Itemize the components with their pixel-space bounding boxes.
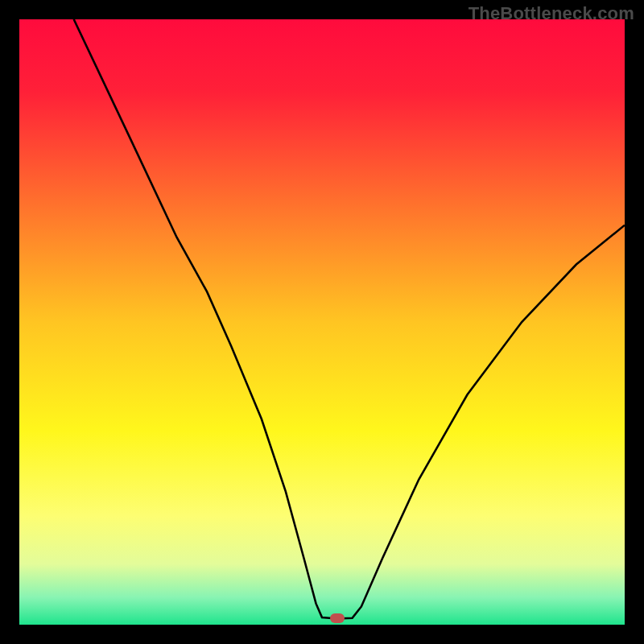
frame-left	[0, 0, 19, 644]
chart-frame: TheBottleneck.com	[0, 0, 644, 644]
watermark-text: TheBottleneck.com	[469, 3, 634, 24]
gradient-background	[19, 19, 625, 625]
optimum-marker	[330, 613, 345, 623]
plot-svg	[19, 19, 625, 625]
plot-area	[19, 19, 625, 625]
frame-right	[625, 0, 644, 644]
frame-bottom	[0, 625, 644, 644]
